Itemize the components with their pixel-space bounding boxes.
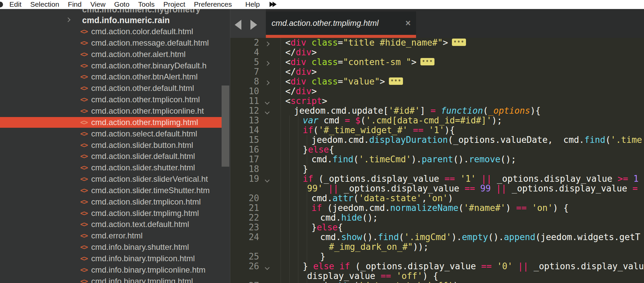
file-item[interactable]: <>cmd.action.other.btnAlert.html [0,71,230,82]
menu-item-edit[interactable]: Edit [5,0,26,8]
menu-item-goto[interactable]: Goto [110,0,134,8]
code-line: 13var cmd = $('.cmd[data-cmd_id=#id#]'); [230,116,644,125]
code-line: 99' || _options.display_value == 99 || _… [230,184,644,193]
code-text: display_value == 'off') { [307,271,438,281]
file-item[interactable]: <>cmd.action.other.alert.html [0,49,230,60]
code-file-icon: <> [78,264,90,276]
file-item[interactable]: <>cmd.action.slider.timeShutter.htm [0,185,230,196]
code-line: 5<div class="content-sm ">••• [230,57,644,67]
line-number: 19 [230,174,259,184]
menu-item-view[interactable]: View [86,0,110,8]
history-forward-button[interactable] [250,20,257,30]
code-file-icon: <> [78,26,90,37]
file-item[interactable]: <>cmd.action.message.default.html [0,37,230,49]
file-item[interactable]: <>cmd.error.html [0,230,230,241]
code-file-icon: <> [78,128,90,139]
file-item[interactable]: <>cmd.action.slider.tmplimg.html [0,208,230,219]
code-line: 27cmd.attr('data-state','off') [230,281,644,283]
code-text: 99' || _options.display_value == 99 || _… [307,184,638,193]
code-file-icon: <> [78,219,90,230]
file-item[interactable]: <>cmd.info.binary.tmpliconline.htm [0,264,230,276]
line-number: 7 [230,67,259,77]
code-file-icon: <> [78,94,90,105]
code-file-icon: <> [78,60,90,71]
code-file-icon: <> [78,185,90,196]
code-area[interactable]: 2<div class="title #hide_name#">•••4</di… [230,38,644,283]
file-item[interactable]: <>cmd.info.binary.shutter.html [0,241,230,253]
line-number: 16 [230,145,259,155]
active-tab-underline [266,35,416,38]
menu-item-project[interactable]: Project [159,0,189,8]
tab-close-icon[interactable]: × [405,11,411,35]
code-line: 26} else if (_options.display_value == '… [230,262,644,271]
fold-expanded-icon[interactable] [262,174,272,184]
file-item[interactable]: <>cmd.action.slider.default.html [0,151,230,162]
file-label: cmd.action.other.tmpliconline.ht [91,105,204,117]
menu-item-tools[interactable]: Tools [134,0,159,8]
code-text: cmd.find('.timeCmd').parent().remove(); [311,155,516,164]
code-line: 14if('#_time_widget_#' == '1'){ [230,125,644,135]
menu-item-help[interactable]: Help [241,0,264,8]
folder-item-rain[interactable]: cmd.info.numeric.rain [0,14,230,26]
file-label: cmd.action.slider.default.html [91,151,195,162]
code-text: <script> [285,96,327,106]
folded-region-marker[interactable]: ••• [420,58,434,65]
code-file-icon: <> [78,82,90,94]
fold-expanded-icon[interactable] [262,262,272,271]
menu-item-preferences[interactable]: Preferences [190,0,236,8]
tab-cmd-action-other-tmplimg[interactable]: cmd.action.other.tmplimg.html × [266,11,416,35]
fold-collapsed-icon[interactable] [262,77,272,87]
code-file-icon: <> [78,253,90,264]
menu-item-find[interactable]: Find [64,0,86,8]
line-number: 5 [230,57,259,67]
file-label: cmd.action.other.tmplimg.html [91,117,198,128]
code-file-icon: <> [78,241,90,253]
file-item[interactable]: <>cmd.action.select.default.html [0,128,230,139]
line-number: 10 [230,87,259,96]
code-text: <div class="value">••• [285,77,403,87]
code-text: }else{ [311,223,343,232]
file-label: cmd.info.binary.shutter.html [91,241,189,253]
file-item[interactable]: <>cmd.action.other.tmplicon.html [0,94,230,105]
file-item[interactable]: <>cmd.info.binary.tmplimg.html [0,276,230,283]
file-item[interactable]: <>cmd.action.slider.shutter.html [0,162,230,173]
file-item[interactable]: <>cmd.action.other.tmplimg.html [0,117,230,128]
chevron-right-icon[interactable] [66,17,70,22]
code-text: #_img_dark_on_#")); [329,242,428,252]
tab-label: cmd.action.other.tmplimg.html [272,11,378,35]
fold-expanded-icon[interactable] [262,96,272,106]
code-line: 16}else{ [230,145,644,155]
fold-expanded-icon[interactable] [262,106,272,116]
fold-collapsed-icon[interactable] [262,38,272,48]
fold-collapsed-icon[interactable] [262,57,272,67]
code-line: 18} [230,164,644,174]
code-file-icon: <> [78,173,90,185]
file-item[interactable]: <>cmd.action.slider.tmplicon.html [0,196,230,208]
file-item[interactable]: <>cmd.action.slider.sliderVertical.ht [0,173,230,185]
file-item[interactable]: <>cmd.action.text.default.html [0,219,230,230]
menu-item-selection[interactable]: Selection [26,0,63,8]
file-item[interactable]: <>cmd.action.slider.button.html [0,139,230,151]
code-file-icon: <> [78,162,90,173]
file-item[interactable]: <>cmd.info.binary.tmplicon.html [0,253,230,264]
code-text: } [303,164,308,174]
file-item[interactable]: <>cmd.action.other.binaryDefault.h [0,60,230,71]
file-item[interactable]: <>cmd.action.other.default.html [0,82,230,94]
file-item[interactable]: <>cmd.action.color.default.html [0,26,230,37]
menu-items: EditSelectionFindViewGotoToolsProjectPre… [5,0,264,8]
file-label: cmd.action.other.tmplicon.html [91,94,200,105]
code-text: </div> [285,48,317,57]
line-number: 12 [230,106,259,116]
sidebar-scrollbar[interactable] [222,86,229,167]
menu-overflow-icon[interactable] [270,2,276,7]
menu-bar: EditSelectionFindViewGotoToolsProjectPre… [0,0,644,9]
folded-region-marker[interactable]: ••• [389,77,403,85]
history-back-button[interactable] [235,20,241,30]
line-number: 21 [230,203,259,213]
code-line: #_img_dark_on_#")); [230,242,644,252]
file-item[interactable]: <>cmd.action.other.tmpliconline.ht [0,105,230,117]
file-label: cmd.info.binary.tmplimg.html [91,276,193,283]
folded-region-marker[interactable]: ••• [452,39,466,46]
code-text: } else if (_options.display_value == '0'… [303,262,644,271]
code-file-icon: <> [78,49,90,60]
